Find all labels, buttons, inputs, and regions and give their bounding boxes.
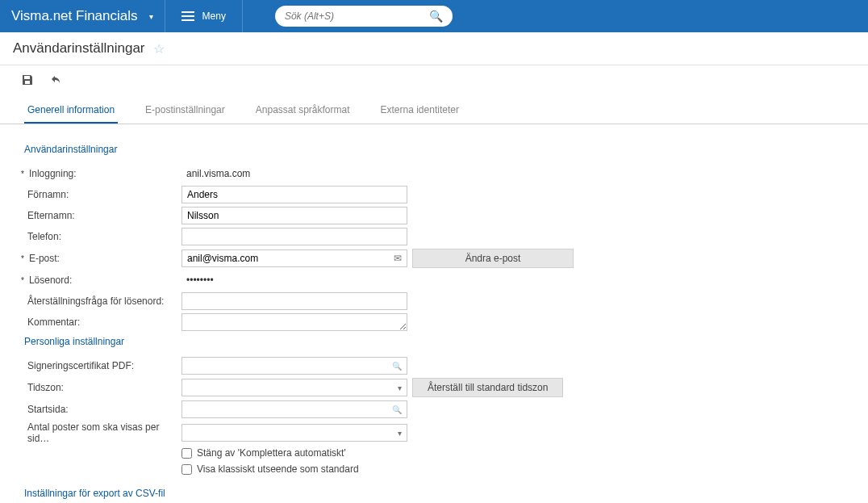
save-icon[interactable] bbox=[21, 73, 34, 90]
startpage-input[interactable] bbox=[182, 404, 387, 415]
tz-input[interactable] bbox=[182, 382, 393, 393]
row-cert: Signeringscertifikat PDF: bbox=[24, 357, 844, 375]
tab-bar: Generell information E-postinställningar… bbox=[0, 98, 868, 124]
lookup-icon[interactable] bbox=[387, 360, 407, 371]
row-lastname: Efternamn: bbox=[24, 207, 844, 224]
comment-input[interactable] bbox=[182, 313, 407, 331]
rows-label: Antal poster som ska visas per sid… bbox=[24, 421, 182, 444]
chevron-down-icon[interactable] bbox=[393, 382, 407, 393]
email-input-wrap bbox=[182, 249, 407, 267]
row-cb-autocomplete: Stäng av 'Komplettera automatiskt' bbox=[182, 447, 844, 459]
tab-email[interactable]: E-postinställningar bbox=[142, 98, 228, 124]
hamburger-icon bbox=[182, 11, 194, 21]
password-label: *Lösenord: bbox=[24, 275, 182, 286]
page-title: Användarinställningar bbox=[13, 40, 145, 57]
phone-input[interactable] bbox=[182, 228, 407, 245]
app-chevron-icon[interactable]: ▾ bbox=[149, 12, 165, 21]
row-timezone: Tidszon: Återställ till standard tidszon bbox=[24, 378, 844, 397]
row-phone: Telefon: bbox=[24, 228, 844, 245]
tz-label: Tidszon: bbox=[24, 382, 182, 393]
row-startpage: Startsida: bbox=[24, 400, 844, 418]
undo-icon[interactable] bbox=[50, 73, 63, 90]
chevron-down-icon[interactable] bbox=[393, 427, 407, 438]
rows-input[interactable] bbox=[182, 427, 393, 438]
row-rows-per-page: Antal poster som ska visas per sid… bbox=[24, 421, 844, 444]
change-email-button[interactable]: Ändra e-post bbox=[412, 249, 574, 268]
tab-general[interactable]: Generell information bbox=[24, 98, 118, 124]
row-firstname: Förnamn: bbox=[24, 186, 844, 203]
form-area: Användarinställningar *Inloggning: anil.… bbox=[0, 124, 868, 503]
toolbar bbox=[0, 65, 868, 98]
tab-language[interactable]: Anpassat språkformat bbox=[252, 98, 353, 124]
login-label: *Inloggning: bbox=[24, 168, 182, 179]
page-header: Användarinställningar ☆ bbox=[0, 32, 868, 65]
autocomplete-checkbox[interactable] bbox=[182, 448, 192, 459]
app-title: Visma.net Financials bbox=[0, 8, 149, 24]
search-icon[interactable]: 🔍 bbox=[429, 10, 443, 23]
password-value: •••••••• bbox=[182, 275, 214, 286]
search-box[interactable]: 🔍 bbox=[275, 6, 453, 27]
classic-checkbox[interactable] bbox=[182, 464, 192, 475]
lastname-label: Efternamn: bbox=[24, 210, 182, 221]
lookup-icon[interactable] bbox=[387, 404, 407, 415]
phone-label: Telefon: bbox=[24, 231, 182, 242]
recovery-label: Återställningsfråga för lösenord: bbox=[24, 296, 182, 307]
topbar-divider bbox=[242, 0, 243, 32]
firstname-input[interactable] bbox=[182, 186, 407, 203]
tz-input-wrap bbox=[182, 379, 407, 396]
cert-input-wrap bbox=[182, 357, 407, 375]
email-label: *E-post: bbox=[24, 253, 182, 264]
cert-label: Signeringscertifikat PDF: bbox=[24, 360, 182, 371]
startpage-input-wrap bbox=[182, 400, 407, 418]
search-input[interactable] bbox=[285, 10, 429, 22]
row-password: *Lösenord: •••••••• bbox=[24, 271, 844, 289]
row-cb-classic: Visa klassiskt utseende som standard bbox=[182, 463, 844, 475]
row-email: *E-post: Ändra e-post bbox=[24, 249, 844, 268]
email-input[interactable] bbox=[182, 253, 389, 264]
login-value: anil.visma.com bbox=[182, 168, 250, 179]
tab-external[interactable]: Externa identiteter bbox=[378, 98, 462, 124]
classic-label: Visa klassiskt utseende som standard bbox=[197, 463, 359, 475]
cert-input[interactable] bbox=[182, 360, 387, 371]
menu-label: Meny bbox=[202, 10, 226, 22]
firstname-label: Förnamn: bbox=[24, 189, 182, 200]
email-envelope-icon[interactable] bbox=[389, 253, 407, 264]
comment-label: Kommentar: bbox=[24, 316, 182, 328]
menu-button[interactable]: Meny bbox=[165, 10, 242, 22]
row-comment: Kommentar: bbox=[24, 313, 844, 331]
section-csv-title: Inställningar för export av CSV-fil bbox=[24, 488, 844, 499]
recovery-input[interactable] bbox=[182, 292, 407, 310]
row-login: *Inloggning: anil.visma.com bbox=[24, 165, 844, 182]
row-recovery: Återställningsfråga för lösenord: bbox=[24, 292, 844, 310]
favorite-star-icon[interactable]: ☆ bbox=[153, 41, 165, 57]
autocomplete-label: Stäng av 'Komplettera automatiskt' bbox=[197, 447, 346, 459]
startpage-label: Startsida: bbox=[24, 404, 182, 415]
section-personal-title: Personliga inställningar bbox=[24, 336, 844, 347]
rows-input-wrap bbox=[182, 424, 407, 442]
lastname-input[interactable] bbox=[182, 207, 407, 224]
section-user-title: Användarinställningar bbox=[24, 144, 844, 155]
reset-tz-button[interactable]: Återställ till standard tidszon bbox=[412, 378, 563, 397]
top-bar: Visma.net Financials ▾ Meny 🔍 bbox=[0, 0, 868, 32]
